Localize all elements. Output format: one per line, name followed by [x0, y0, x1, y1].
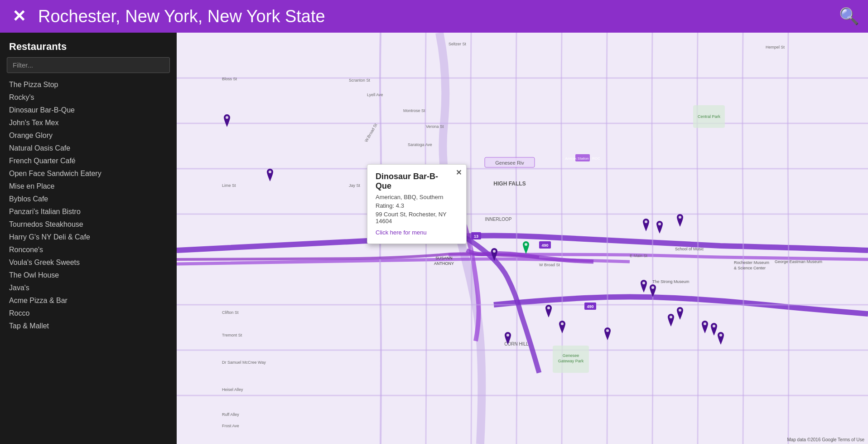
svg-point-51 — [269, 171, 271, 173]
svg-point-53 — [525, 243, 527, 246]
map-pin[interactable] — [675, 307, 685, 320]
restaurant-list-item[interactable]: Java's — [9, 282, 172, 294]
map-pin[interactable] — [655, 221, 665, 234]
svg-point-59 — [651, 286, 654, 289]
restaurant-list-item[interactable]: Voula's Greek Sweets — [9, 256, 172, 269]
main-content: Restaurants The Pizza StopRocky'sDinosau… — [0, 33, 868, 444]
restaurant-list-item[interactable]: John's Tex Mex — [9, 117, 172, 129]
map-pin[interactable] — [716, 332, 726, 345]
map-pin[interactable] — [503, 332, 513, 345]
header-bar: ✕ Rochester, New York, New York State 🔍 — [0, 0, 868, 33]
map-area[interactable]: Genesee Riv HIGH FALLS INNERLOOP ARLES H… — [177, 33, 868, 444]
restaurant-list-item[interactable]: Open Face Sandwich Eatery — [9, 167, 172, 180]
svg-point-55 — [645, 220, 647, 223]
svg-text:Dr Samuel McCree Way: Dr Samuel McCree Way — [222, 360, 266, 365]
svg-text:Jay St: Jay St — [349, 183, 361, 188]
map-pin[interactable] — [700, 321, 710, 333]
svg-text:490: 490 — [541, 243, 548, 248]
popup-close-button[interactable]: ✕ — [456, 168, 462, 177]
restaurant-list-item[interactable]: Acme Pizza & Bar — [9, 294, 172, 307]
svg-text:Seltzer St: Seltzer St — [448, 42, 467, 46]
popup-address: 99 Court St, Rochester, NY 14604 — [376, 211, 458, 224]
restaurant-list-item[interactable]: Dinosaur Bar-B-Que — [9, 104, 172, 117]
svg-text:SUSANN: SUSANN — [435, 256, 453, 260]
svg-point-57 — [679, 216, 681, 219]
svg-text:Ruff Alley: Ruff Alley — [222, 412, 239, 417]
svg-point-60 — [547, 307, 550, 309]
restaurant-list-item[interactable]: Panzari's Italian Bistro — [9, 205, 172, 218]
svg-text:Tremont St: Tremont St — [222, 333, 242, 337]
svg-point-63 — [670, 316, 672, 318]
svg-text:W Broad St: W Broad St — [539, 263, 560, 267]
svg-point-56 — [658, 223, 661, 225]
restaurant-list-item[interactable]: Rocky's — [9, 91, 172, 104]
restaurant-list-item[interactable]: Byblos Cafe — [9, 193, 172, 205]
map-pin[interactable] — [222, 114, 232, 127]
svg-point-66 — [713, 325, 715, 327]
map-pin[interactable] — [521, 241, 531, 254]
map-pin[interactable] — [265, 169, 275, 181]
popup-restaurant-name: Dinosaur Bar-B-Que — [376, 172, 458, 191]
svg-text:Central Park: Central Park — [698, 114, 721, 119]
svg-text:490: 490 — [587, 304, 593, 309]
svg-text:ANTHONY: ANTHONY — [434, 261, 454, 266]
svg-point-65 — [704, 322, 706, 325]
restaurant-list-item[interactable]: Roncone's — [9, 244, 172, 256]
location-text: Rochester, New York, New York State — [38, 7, 830, 26]
map-pin[interactable] — [648, 284, 658, 297]
restaurant-list-item[interactable]: Rocco — [9, 307, 172, 320]
svg-text:Gateway Park: Gateway Park — [558, 359, 584, 363]
restaurant-list-item[interactable]: Orange Glory — [9, 129, 172, 142]
map-pin[interactable] — [666, 314, 676, 327]
svg-text:Lyell Ave: Lyell Ave — [367, 93, 383, 97]
restaurant-list-item[interactable]: The Pizza Stop — [9, 78, 172, 91]
restaurant-list-item[interactable]: Mise en Place — [9, 180, 172, 193]
svg-text:Lime St: Lime St — [222, 183, 236, 188]
restaurant-list-item[interactable]: Tap & Mallet — [9, 320, 172, 332]
restaurant-list-item[interactable]: The Owl House — [9, 269, 172, 282]
svg-text:School of Music: School of Music — [675, 247, 704, 251]
restaurant-list-item[interactable]: Natural Oasis Cafe — [9, 142, 172, 155]
restaurant-list: The Pizza StopRocky'sDinosaur Bar-B-QueJ… — [0, 78, 177, 444]
map-background: Genesee Riv HIGH FALLS INNERLOOP ARLES H… — [177, 33, 868, 444]
svg-text:Genesee Riv: Genesee Riv — [495, 160, 524, 166]
filter-input[interactable] — [7, 57, 170, 73]
popup-rating: Rating: 4.3 — [376, 202, 458, 209]
svg-text:Montrose St: Montrose St — [403, 108, 425, 113]
svg-point-67 — [719, 334, 722, 337]
svg-text:Genesee: Genesee — [563, 353, 579, 358]
map-attribution: Map data ©2016 Google Terms of Use — [787, 437, 864, 442]
svg-text:The Strong Museum: The Strong Museum — [652, 279, 690, 284]
svg-text:Heisel Alley: Heisel Alley — [222, 387, 243, 392]
svg-text:Rochester Museum: Rochester Museum — [734, 260, 769, 265]
svg-text:Hempel St: Hempel St — [766, 45, 785, 49]
map-pin[interactable] — [641, 219, 651, 231]
restaurant-list-item[interactable]: Harry G's NY Deli & Cafe — [9, 231, 172, 244]
popup-menu-link[interactable]: Click here for menu — [376, 229, 427, 236]
map-pin[interactable] — [639, 280, 649, 293]
svg-text:Bloss St: Bloss St — [222, 77, 237, 81]
map-pin[interactable] — [489, 248, 499, 261]
map-pin[interactable] — [675, 214, 685, 227]
svg-text:E Main St: E Main St — [630, 254, 648, 258]
restaurant-list-item[interactable]: French Quarter Café — [9, 155, 172, 167]
svg-text:Amtrak Station - ROC: Amtrak Station - ROC — [565, 156, 600, 161]
svg-point-68 — [606, 329, 609, 332]
svg-point-62 — [506, 334, 509, 337]
sidebar: Restaurants The Pizza StopRocky'sDinosau… — [0, 33, 177, 444]
svg-text:Scranton St: Scranton St — [349, 78, 371, 83]
svg-text:George Eastman Museum: George Eastman Museum — [775, 259, 822, 264]
popup-cuisine: American, BBQ, Southern — [376, 194, 458, 200]
map-pin[interactable] — [544, 305, 554, 317]
restaurant-list-item[interactable]: Tournedos Steakhouse — [9, 218, 172, 231]
svg-text:Clifton St: Clifton St — [222, 310, 239, 315]
search-button[interactable]: 🔍 — [839, 7, 859, 26]
map-pin[interactable] — [557, 321, 567, 333]
close-button[interactable]: ✕ — [9, 8, 29, 24]
svg-text:13: 13 — [474, 234, 478, 239]
restaurant-popup: ✕ Dinosaur Bar-B-Que American, BBQ, Sout… — [367, 164, 467, 244]
svg-point-50 — [226, 116, 228, 119]
svg-point-54 — [493, 250, 496, 253]
map-pin[interactable] — [603, 327, 612, 340]
sidebar-title: Restaurants — [0, 33, 177, 57]
